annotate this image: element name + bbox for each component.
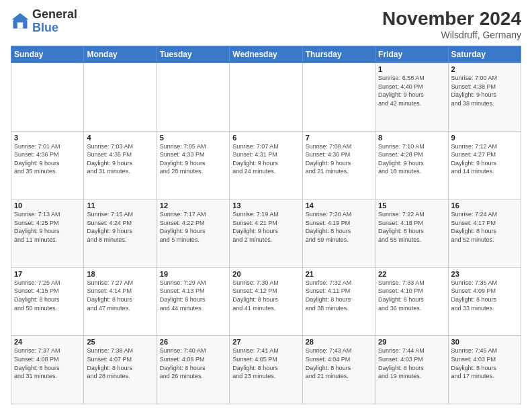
day-number: 10 xyxy=(14,201,81,210)
month-title: November 2024 xyxy=(382,8,521,30)
cell-w2-d1: 4Sunrise: 7:03 AM Sunset: 4:35 PM Daylig… xyxy=(84,131,157,199)
cell-w4-d1: 18Sunrise: 7:27 AM Sunset: 4:14 PM Dayli… xyxy=(84,267,157,336)
header: General Blue November 2024 Wilsdruff, Ge… xyxy=(11,8,521,40)
day-info: Sunrise: 7:33 AM Sunset: 4:10 PM Dayligh… xyxy=(378,279,445,312)
week-row-4: 17Sunrise: 7:25 AM Sunset: 4:15 PM Dayli… xyxy=(11,267,521,336)
day-number: 28 xyxy=(306,338,372,346)
day-info: Sunrise: 7:43 AM Sunset: 4:04 PM Dayligh… xyxy=(306,347,372,380)
day-number: 6 xyxy=(232,134,299,142)
day-number: 30 xyxy=(451,338,518,346)
cell-w4-d2: 19Sunrise: 7:29 AM Sunset: 4:13 PM Dayli… xyxy=(157,267,229,336)
day-number: 16 xyxy=(451,201,518,210)
cell-w5-d5: 29Sunrise: 7:44 AM Sunset: 4:03 PM Dayli… xyxy=(375,336,448,404)
day-number: 9 xyxy=(451,134,518,142)
calendar-header: Sunday Monday Tuesday Wednesday Thursday… xyxy=(11,46,521,63)
cell-w4-d0: 17Sunrise: 7:25 AM Sunset: 4:15 PM Dayli… xyxy=(11,267,84,336)
day-info: Sunrise: 7:30 AM Sunset: 4:12 PM Dayligh… xyxy=(232,279,299,312)
header-sunday: Sunday xyxy=(11,46,84,63)
cell-w1-d6: 2Sunrise: 7:00 AM Sunset: 4:38 PM Daylig… xyxy=(448,63,521,132)
day-info: Sunrise: 7:38 AM Sunset: 4:07 PM Dayligh… xyxy=(87,347,153,380)
page: General Blue November 2024 Wilsdruff, Ge… xyxy=(0,0,532,411)
header-tuesday: Tuesday xyxy=(157,46,229,63)
day-info: Sunrise: 7:13 AM Sunset: 4:25 PM Dayligh… xyxy=(14,210,81,244)
cell-w2-d0: 3Sunrise: 7:01 AM Sunset: 4:36 PM Daylig… xyxy=(11,131,84,199)
cell-w5-d6: 30Sunrise: 7:45 AM Sunset: 4:03 PM Dayli… xyxy=(448,336,521,404)
cell-w5-d1: 25Sunrise: 7:38 AM Sunset: 4:07 PM Dayli… xyxy=(84,336,157,404)
week-row-2: 3Sunrise: 7:01 AM Sunset: 4:36 PM Daylig… xyxy=(11,131,521,199)
calendar-body: 1Sunrise: 6:58 AM Sunset: 4:40 PM Daylig… xyxy=(11,63,521,404)
day-number: 29 xyxy=(378,338,445,346)
logo-text: General Blue xyxy=(32,8,77,35)
day-info: Sunrise: 7:37 AM Sunset: 4:08 PM Dayligh… xyxy=(14,347,81,380)
day-info: Sunrise: 7:35 AM Sunset: 4:09 PM Dayligh… xyxy=(451,279,518,312)
day-number: 13 xyxy=(232,201,299,210)
day-number: 21 xyxy=(306,270,372,278)
cell-w2-d2: 5Sunrise: 7:05 AM Sunset: 4:33 PM Daylig… xyxy=(157,131,229,199)
day-number: 8 xyxy=(378,134,445,142)
title-block: November 2024 Wilsdruff, Germany xyxy=(382,8,521,40)
cell-w2-d6: 9Sunrise: 7:12 AM Sunset: 4:27 PM Daylig… xyxy=(448,131,521,199)
day-info: Sunrise: 6:58 AM Sunset: 4:40 PM Dayligh… xyxy=(378,74,445,107)
cell-w1-d4 xyxy=(302,63,375,132)
cell-w4-d4: 21Sunrise: 7:32 AM Sunset: 4:11 PM Dayli… xyxy=(302,267,375,336)
day-info: Sunrise: 7:17 AM Sunset: 4:22 PM Dayligh… xyxy=(160,210,226,244)
cell-w2-d5: 8Sunrise: 7:10 AM Sunset: 4:28 PM Daylig… xyxy=(375,131,448,199)
cell-w1-d0 xyxy=(11,63,84,132)
day-info: Sunrise: 7:08 AM Sunset: 4:30 PM Dayligh… xyxy=(306,142,372,176)
day-number: 11 xyxy=(87,201,153,210)
cell-w2-d4: 7Sunrise: 7:08 AM Sunset: 4:30 PM Daylig… xyxy=(302,131,375,199)
day-info: Sunrise: 7:12 AM Sunset: 4:27 PM Dayligh… xyxy=(451,142,518,176)
week-row-1: 1Sunrise: 6:58 AM Sunset: 4:40 PM Daylig… xyxy=(11,63,521,132)
day-number: 7 xyxy=(306,134,372,142)
day-number: 19 xyxy=(160,270,226,278)
day-info: Sunrise: 7:19 AM Sunset: 4:21 PM Dayligh… xyxy=(232,210,299,244)
day-number: 1 xyxy=(378,65,445,73)
day-number: 2 xyxy=(451,65,518,73)
cell-w4-d5: 22Sunrise: 7:33 AM Sunset: 4:10 PM Dayli… xyxy=(375,267,448,336)
cell-w1-d2 xyxy=(157,63,229,132)
svg-rect-2 xyxy=(17,22,23,28)
header-wednesday: Wednesday xyxy=(230,46,302,63)
week-row-3: 10Sunrise: 7:13 AM Sunset: 4:25 PM Dayli… xyxy=(11,199,521,268)
day-number: 5 xyxy=(160,134,226,142)
day-number: 26 xyxy=(160,338,226,346)
day-info: Sunrise: 7:40 AM Sunset: 4:06 PM Dayligh… xyxy=(160,347,226,380)
day-info: Sunrise: 7:01 AM Sunset: 4:36 PM Dayligh… xyxy=(14,142,81,176)
week-row-5: 24Sunrise: 7:37 AM Sunset: 4:08 PM Dayli… xyxy=(11,336,521,404)
cell-w3-d2: 12Sunrise: 7:17 AM Sunset: 4:22 PM Dayli… xyxy=(157,199,229,268)
day-number: 23 xyxy=(451,270,518,278)
day-number: 27 xyxy=(232,338,299,346)
day-number: 14 xyxy=(306,201,372,210)
day-info: Sunrise: 7:27 AM Sunset: 4:14 PM Dayligh… xyxy=(87,279,153,312)
header-row: Sunday Monday Tuesday Wednesday Thursday… xyxy=(11,46,521,63)
cell-w3-d0: 10Sunrise: 7:13 AM Sunset: 4:25 PM Dayli… xyxy=(11,199,84,268)
day-info: Sunrise: 7:07 AM Sunset: 4:31 PM Dayligh… xyxy=(232,142,299,176)
cell-w3-d4: 14Sunrise: 7:20 AM Sunset: 4:19 PM Dayli… xyxy=(302,199,375,268)
cell-w1-d5: 1Sunrise: 6:58 AM Sunset: 4:40 PM Daylig… xyxy=(375,63,448,132)
day-number: 20 xyxy=(232,270,299,278)
header-friday: Friday xyxy=(375,46,448,63)
day-info: Sunrise: 7:44 AM Sunset: 4:03 PM Dayligh… xyxy=(378,347,445,380)
day-info: Sunrise: 7:29 AM Sunset: 4:13 PM Dayligh… xyxy=(160,279,226,312)
day-info: Sunrise: 7:45 AM Sunset: 4:03 PM Dayligh… xyxy=(451,347,518,380)
day-info: Sunrise: 7:20 AM Sunset: 4:19 PM Dayligh… xyxy=(306,210,372,244)
location: Wilsdruff, Germany xyxy=(382,30,521,40)
header-thursday: Thursday xyxy=(302,46,375,63)
day-number: 24 xyxy=(14,338,81,346)
day-number: 25 xyxy=(87,338,153,346)
cell-w5-d2: 26Sunrise: 7:40 AM Sunset: 4:06 PM Dayli… xyxy=(157,336,229,404)
day-info: Sunrise: 7:32 AM Sunset: 4:11 PM Dayligh… xyxy=(306,279,372,312)
day-info: Sunrise: 7:05 AM Sunset: 4:33 PM Dayligh… xyxy=(160,142,226,176)
day-info: Sunrise: 7:22 AM Sunset: 4:18 PM Dayligh… xyxy=(378,210,445,244)
day-number: 18 xyxy=(87,270,153,278)
logo: General Blue xyxy=(11,8,77,35)
cell-w5-d4: 28Sunrise: 7:43 AM Sunset: 4:04 PM Dayli… xyxy=(302,336,375,404)
header-monday: Monday xyxy=(84,46,157,63)
day-info: Sunrise: 7:03 AM Sunset: 4:35 PM Dayligh… xyxy=(87,142,153,176)
day-info: Sunrise: 7:00 AM Sunset: 4:38 PM Dayligh… xyxy=(451,74,518,107)
day-number: 3 xyxy=(14,134,81,142)
cell-w4-d6: 23Sunrise: 7:35 AM Sunset: 4:09 PM Dayli… xyxy=(448,267,521,336)
cell-w1-d1 xyxy=(84,63,157,132)
cell-w1-d3 xyxy=(230,63,302,132)
day-number: 22 xyxy=(378,270,445,278)
